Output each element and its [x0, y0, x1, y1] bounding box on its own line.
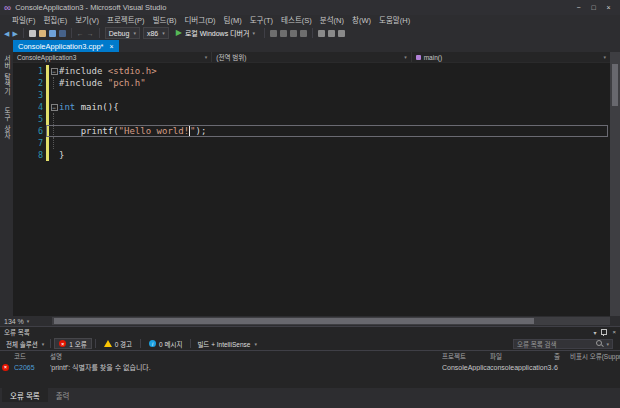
column-header-2[interactable]: 설명 — [50, 351, 442, 361]
chevron-down-icon: ▾ — [606, 341, 609, 347]
editor-vertical-scrollbar[interactable] — [610, 52, 620, 316]
panel-close-icon[interactable]: × — [612, 329, 616, 335]
column-header-4[interactable]: 파일 — [490, 351, 554, 361]
maximize-button[interactable]: □ — [586, 2, 601, 14]
error-list-toolbar: 전체 솔루션 ▾ × 1 오류 0 경고 i 0 메시지 빌드 + Intell… — [0, 337, 620, 351]
navigate-back-icon[interactable]: ◀ — [4, 30, 9, 37]
save-all-icon[interactable] — [59, 30, 66, 37]
column-header-1[interactable]: 코드 — [14, 351, 50, 361]
errors-filter-button[interactable]: × 1 오류 — [54, 338, 91, 349]
code-text: #include <stdio.h> — [59, 66, 157, 76]
error-icon: × — [59, 340, 66, 347]
error-code[interactable]: C2065 — [14, 364, 50, 371]
line-number: 3 — [13, 90, 46, 100]
menu-item-6[interactable]: 팀(M) — [220, 15, 246, 26]
menu-item-0[interactable]: 파일(F) — [8, 15, 39, 26]
menu-item-2[interactable]: 보기(V) — [71, 15, 103, 26]
code-line[interactable]: 7 — [13, 137, 610, 149]
tab-consoleapplication3-cpp[interactable]: ConsoleApplication3.cpp* × — [13, 40, 119, 52]
code-lines[interactable]: 1−#include <stdio.h>2#include "pch.h"34−… — [13, 62, 610, 316]
column-header-6[interactable]: 비표시 오류(Suppr... — [570, 351, 620, 361]
stop-debugging-icon[interactable] — [280, 30, 287, 37]
code-line[interactable]: 2#include "pch.h" — [13, 77, 610, 89]
error-row[interactable]: ×C2065'printf': 식별자를 찾을 수 없습니다.ConsoleAp… — [0, 361, 620, 373]
menu-item-4[interactable]: 빌드(B) — [149, 15, 181, 26]
scrollbar-thumb[interactable] — [612, 64, 618, 106]
source-filter-dropdown[interactable]: 빌드 + IntelliSense ▾ — [194, 339, 260, 349]
menu-item-3[interactable]: 프로젝트(P) — [103, 15, 149, 26]
comment-icon[interactable] — [328, 30, 335, 37]
code-text: printf("Hello world!"); — [59, 126, 206, 136]
navigate-forward-icon[interactable]: ▶ — [12, 30, 17, 37]
side-tab-1[interactable]: 도구 상자 — [2, 107, 12, 140]
zoom-control[interactable]: 134 % ▾ — [0, 318, 52, 325]
member-dropdown[interactable]: main() ▾ — [412, 52, 610, 62]
menu-item-10[interactable]: 창(W) — [348, 15, 375, 26]
fold-guide-line — [53, 77, 54, 89]
fold-margin — [49, 137, 59, 149]
bookmark-icon[interactable] — [338, 30, 345, 37]
collapse-icon[interactable]: − — [51, 68, 58, 75]
line-number: 2 — [13, 78, 46, 88]
error-icon: × — [2, 364, 9, 371]
code-line[interactable]: 3 — [13, 89, 610, 101]
fold-margin[interactable]: − — [49, 101, 59, 113]
menu-item-8[interactable]: 테스트(S) — [277, 15, 316, 26]
tab-close-icon[interactable]: × — [109, 43, 113, 50]
code-editor[interactable]: ConsoleApplication3 ▾ (전역 범위) ▾ main() ▾… — [13, 52, 620, 316]
solution-platform-dropdown[interactable]: x86▾ — [143, 27, 169, 39]
toolbar-separator — [99, 28, 100, 38]
code-text: } — [59, 150, 64, 160]
scope-filter-dropdown[interactable]: 전체 솔루션 ▾ — [3, 339, 47, 349]
play-icon: ▶ — [176, 29, 182, 37]
fold-margin[interactable]: − — [49, 65, 59, 77]
break-all-icon[interactable] — [270, 30, 277, 37]
project-dropdown[interactable]: ConsoleApplication3 ▾ — [13, 52, 212, 62]
error-list-title-bar[interactable]: 오류 목록 ▾ × — [0, 327, 620, 337]
find-in-files-icon[interactable] — [318, 30, 325, 37]
start-debugging-button[interactable]: ▶ 로컬 Windows 디버거 ▾ — [172, 28, 259, 39]
bottom-panel-tabs: 오류 목록출력 — [0, 388, 620, 402]
new-file-icon[interactable] — [29, 30, 36, 37]
step-over-icon[interactable] — [300, 30, 307, 37]
code-line[interactable]: 1−#include <stdio.h> — [13, 65, 610, 77]
code-line[interactable]: 5 — [13, 113, 610, 125]
code-text: #include "pch.h" — [59, 78, 146, 88]
search-placeholder: 오류 목록 검색 — [517, 339, 593, 349]
menu-item-5[interactable]: 디버그(D) — [180, 15, 219, 26]
code-line[interactable]: 6 printf("Hello world!"); — [13, 125, 610, 137]
menu-item-1[interactable]: 편집(E) — [39, 15, 71, 26]
error-file: consoleapplication3.cpp — [490, 364, 554, 371]
menu-item-9[interactable]: 분석(N) — [316, 15, 348, 26]
column-header-5[interactable]: 줄 — [554, 351, 570, 361]
main-area: 서버 탐색기도구 상자 ConsoleApplication3 ▾ (전역 범위… — [0, 52, 620, 316]
menu-bar: 파일(F)편집(E)보기(V)프로젝트(P)빌드(B)디버그(D)팀(M)도구(… — [0, 15, 620, 26]
scrollbar-thumb[interactable] — [54, 318, 534, 324]
solution-configuration-dropdown[interactable]: Debug▾ — [105, 27, 140, 39]
code-line[interactable]: 8} — [13, 149, 610, 161]
error-list-search-input[interactable]: 오류 목록 검색 ▾ — [513, 339, 613, 349]
collapse-icon[interactable]: − — [51, 104, 58, 111]
title-bar: ∞ ConsoleApplication3 - Microsoft Visual… — [0, 0, 620, 15]
open-file-icon[interactable] — [39, 30, 46, 37]
redo-icon[interactable]: → — [87, 30, 94, 37]
window-position-icon[interactable]: ▾ — [593, 329, 596, 336]
save-icon[interactable] — [49, 30, 56, 37]
undo-icon[interactable]: ← — [77, 30, 84, 37]
messages-filter-button[interactable]: i 0 메시지 — [144, 338, 187, 349]
warnings-filter-button[interactable]: 0 경고 — [99, 338, 137, 349]
menu-item-7[interactable]: 도구(T) — [246, 15, 277, 26]
column-header-3[interactable]: 프로젝트 — [442, 351, 490, 361]
code-line[interactable]: 4−int main(){ — [13, 101, 610, 113]
editor-horizontal-scrollbar[interactable] — [52, 317, 610, 325]
menu-item-11[interactable]: 도움말(H) — [375, 15, 414, 26]
close-button[interactable]: × — [601, 2, 616, 14]
side-tab-0[interactable]: 서버 탐색기 — [2, 55, 12, 95]
bottom-tab-1[interactable]: 출력 — [48, 388, 78, 402]
minimize-button[interactable]: − — [571, 2, 586, 14]
restart-icon[interactable] — [290, 30, 297, 37]
bottom-tab-0[interactable]: 오류 목록 — [2, 388, 48, 402]
pin-icon[interactable] — [601, 329, 607, 335]
line-number: 7 — [13, 138, 46, 148]
scope-dropdown[interactable]: (전역 범위) ▾ — [212, 52, 411, 62]
